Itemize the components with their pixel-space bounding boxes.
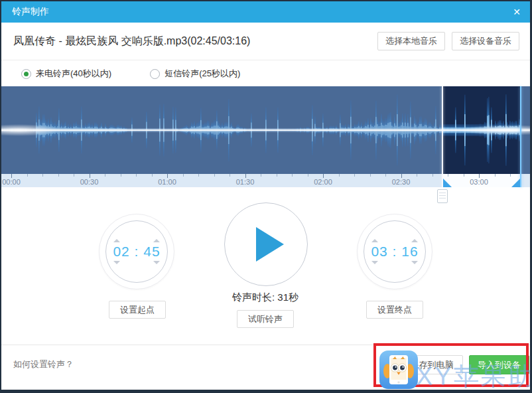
timeline-tick — [136, 174, 137, 177]
timeline-tick — [354, 174, 355, 177]
play-button[interactable] — [224, 202, 308, 286]
radio-unselected-icon[interactable] — [150, 69, 160, 79]
radio-call-label: 来电铃声(40秒以内) — [36, 68, 111, 80]
chevron-up-icon[interactable] — [153, 239, 160, 242]
titlebar: 铃声制作 ✕ — [1, 1, 530, 23]
timeline-tick — [121, 174, 121, 177]
timeline-label: 00:00 — [2, 178, 21, 186]
timeline-tick — [292, 174, 293, 177]
timeline-tick — [495, 174, 496, 177]
selection-start-handle[interactable] — [443, 179, 452, 187]
timeline-tick — [277, 174, 277, 177]
start-time-dial: 02 : 45 — [99, 214, 174, 289]
timeline-label: 01:30 — [236, 178, 255, 186]
chevron-down-icon[interactable] — [371, 261, 378, 264]
waveform-canvas[interactable] — [1, 86, 530, 174]
timeline-tick — [27, 174, 28, 177]
duration-text: 铃声时长: 31秒 — [212, 291, 318, 304]
radio-selected-icon[interactable] — [21, 69, 31, 79]
timeline-tick — [385, 174, 386, 177]
play-icon — [256, 227, 284, 262]
timeline-label: 00:30 — [80, 178, 99, 186]
close-icon[interactable]: ✕ — [506, 1, 527, 23]
timeline-tick — [105, 174, 105, 177]
selection-end-handle[interactable] — [511, 179, 520, 187]
ringtone-type-group: 来电铃声(40秒以内) 短信铃声(25秒以内) — [1, 60, 530, 87]
end-time-dial: 03 : 16 — [357, 214, 432, 289]
timeline-tick — [183, 174, 184, 177]
preview-ringtone-button[interactable]: 试听铃声 — [237, 310, 294, 328]
radio-call-ringtone[interactable]: 来电铃声(40秒以内) — [21, 68, 111, 80]
selection-end-line — [520, 86, 521, 187]
timeline-tick — [464, 174, 464, 177]
timeline-label: 01:00 — [158, 178, 176, 186]
timeline-tick — [230, 174, 230, 177]
timeline-tick — [308, 174, 308, 177]
waveform-panel: 00:0000:3001:0001:3002:0002:3003:00 — [1, 86, 530, 187]
chevron-down-icon[interactable] — [113, 261, 120, 264]
timeline-tick — [432, 174, 433, 177]
start-time-dial-inner: 02 : 45 — [105, 220, 168, 283]
song-title: 凤凰传奇 - 最炫民族风 交响乐版.mp3(02:45/03:16) — [13, 35, 377, 48]
window-content: 铃声制作 ✕ 凤凰传奇 - 最炫民族风 交响乐版.mp3(02:45/03:16… — [1, 1, 530, 390]
timeline-tick — [370, 174, 371, 177]
header: 凤凰传奇 - 最炫民族风 交响乐版.mp3(02:45/03:16) 选择本地音… — [1, 23, 530, 60]
timeline-label: 02:00 — [314, 178, 332, 186]
timeline-label: 02:30 — [392, 178, 411, 186]
timeline-tick — [214, 174, 215, 177]
end-time-value: 03 : 16 — [371, 244, 418, 260]
timeline-tick — [198, 174, 199, 177]
timeline-tick — [417, 174, 417, 177]
timeline-tick — [152, 174, 153, 177]
chevron-down-icon[interactable] — [411, 261, 418, 264]
timeline-tick — [448, 174, 448, 177]
set-end-button[interactable]: 设置终点 — [366, 301, 423, 319]
start-time-value: 02 : 45 — [113, 244, 160, 260]
timeline-tick — [510, 174, 511, 177]
selection-start-line — [442, 86, 443, 187]
import-to-device-button[interactable]: 导入到设备 — [469, 355, 529, 374]
choose-device-music-button[interactable]: 选择设备音乐 — [452, 32, 519, 50]
chevron-up-icon[interactable] — [113, 239, 120, 242]
set-start-button[interactable]: 设置起点 — [109, 301, 166, 319]
timeline-tick — [261, 174, 261, 177]
drag-handle-icon[interactable] — [437, 189, 448, 203]
radio-sms-label: 短信铃声(25秒以内) — [165, 68, 240, 80]
timeline-tick — [58, 174, 59, 177]
timeline-label: 03:00 — [470, 178, 488, 186]
chevron-down-icon[interactable] — [153, 261, 160, 264]
timeline-tick — [42, 174, 43, 177]
choose-local-music-button[interactable]: 选择本地音乐 — [377, 32, 445, 50]
ringtone-maker-window: 铃声制作 ✕ 凤凰传奇 - 最炫民族风 交响乐版.mp3(02:45/03:16… — [0, 0, 532, 393]
timeline-tick — [74, 174, 74, 177]
chevron-up-icon[interactable] — [371, 239, 378, 242]
help-link[interactable]: 如何设置铃声？ — [13, 358, 74, 370]
timeline-tick — [339, 174, 340, 177]
radio-sms-ringtone[interactable]: 短信铃声(25秒以内) — [150, 68, 240, 80]
end-time-dial-inner: 03 : 16 — [364, 220, 426, 283]
chevron-up-icon[interactable] — [411, 239, 418, 242]
window-title: 铃声制作 — [12, 6, 49, 18]
footer-divider — [1, 345, 530, 345]
save-to-computer-button[interactable]: 保存到电脑 — [401, 355, 463, 374]
